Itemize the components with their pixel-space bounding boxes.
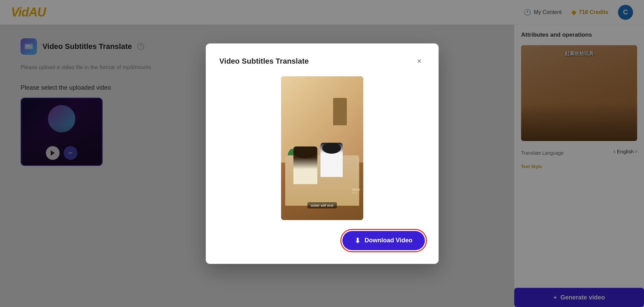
modal-footer: ⬇ Download Video (219, 231, 425, 250)
download-icon: ⬇ (355, 236, 361, 245)
modal-header: Video Subtitles Translate × (219, 56, 425, 67)
figure-1 (293, 146, 317, 184)
modal-overlay[interactable]: Video Subtitles Translate × (0, 0, 644, 307)
close-icon: × (417, 57, 421, 66)
room-door (333, 98, 347, 125)
subtitle-bar: sister will rest (307, 202, 337, 208)
tiktok-watermark: TikTok @✨... (352, 188, 361, 194)
figure-2 (320, 143, 343, 177)
tiktok-handle: @✨... (352, 191, 360, 194)
tiktok-logo-text: TikTok (352, 188, 361, 191)
subtitle-text: sister will rest (311, 203, 333, 207)
room-scene: TikTok @✨... sister will rest (281, 76, 363, 220)
modal-dialog: Video Subtitles Translate × (206, 43, 439, 264)
download-video-button[interactable]: ⬇ Download Video (342, 231, 425, 250)
modal-video: TikTok @✨... sister will rest (281, 76, 363, 220)
download-label: Download Video (365, 237, 413, 244)
modal-title: Video Subtitles Translate (219, 57, 309, 66)
modal-video-container: TikTok @✨... sister will rest (219, 76, 425, 220)
modal-close-button[interactable]: × (414, 56, 425, 67)
